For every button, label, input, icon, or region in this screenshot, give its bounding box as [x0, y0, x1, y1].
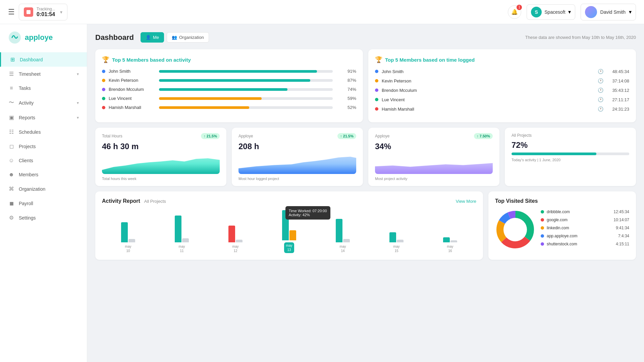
tab-me[interactable]: 👤 Me: [141, 32, 164, 43]
bar-teal: [121, 222, 128, 242]
topnav: ☰ Tracking... 0:01:54 ▾ 🔔 1 S Spacesoft …: [0, 0, 644, 24]
activity-report-header: Activity Report All Projects View More: [102, 198, 476, 204]
sidebar-item-activity[interactable]: 〜 Activity ▾: [0, 95, 87, 110]
sidebar-item-organization[interactable]: ⌘ Organization: [0, 182, 87, 196]
tasks-icon: ≡: [8, 85, 15, 91]
list-item: Brendon Mcculum 🕐 35:43:12: [375, 87, 629, 93]
notifications-button[interactable]: 🔔 1: [508, 5, 521, 19]
clock-icon: 🕐: [598, 87, 603, 93]
tracking-label: Tracking...: [37, 7, 55, 11]
bar-gray: [128, 239, 135, 242]
org-selector[interactable]: S Spacesoft ▾: [527, 4, 575, 20]
members-icon: ☻: [8, 172, 15, 178]
logo-icon: [8, 31, 21, 44]
user-selector[interactable]: David Smith ▾: [581, 4, 636, 20]
org-avatar: S: [531, 7, 542, 17]
timesheet-icon: ☰: [8, 71, 15, 77]
sidebar-item-payroll[interactable]: ◼ Payroll: [0, 196, 87, 210]
stat-badge: ↑ 21.5%: [337, 133, 356, 139]
member-name: John Smith: [109, 69, 156, 74]
sidebar-item-settings[interactable]: ⚙ Settings: [0, 210, 87, 225]
list-item: dribbble.com 12:45:34: [541, 209, 629, 214]
member-name: Lue Vincent: [382, 97, 429, 102]
bar-col-may11: may11: [156, 209, 208, 253]
sidebar-item-clients[interactable]: ☺ Clients: [0, 154, 87, 168]
sidebar-item-reports[interactable]: ▣ Reports ▾: [0, 110, 87, 125]
tracking-box[interactable]: Tracking... 0:01:54 ▾: [19, 4, 67, 20]
site-dot: [541, 242, 544, 246]
progress-bar-bg: [159, 70, 333, 73]
progress-bar-bg: [159, 106, 333, 109]
bar-gray: [343, 239, 350, 242]
top-time-card: 🏆 Top 5 Members based on time logged Joh…: [368, 49, 636, 122]
top-activity-card: 🏆 Top 5 Members based on activity John S…: [95, 49, 363, 122]
sidebar-item-schedules[interactable]: ☷ Schedules: [0, 125, 87, 139]
list-item: Brendon Mcculum 74%: [102, 87, 356, 92]
top-members-row: 🏆 Top 5 Members based on activity John S…: [95, 49, 636, 122]
stat-progress: [512, 153, 629, 155]
dashboard-tabs: 👤 Me 👥 Organization: [141, 32, 209, 43]
stat-chart: [102, 154, 220, 174]
sidebar-item-label: Dashboard: [20, 57, 43, 62]
view-more-link[interactable]: View More: [456, 199, 476, 204]
member-name: Kevin Peterson: [382, 78, 429, 83]
bar-teal: [336, 219, 342, 242]
tab-organization[interactable]: 👥 Organization: [167, 32, 209, 43]
reports-icon: ▣: [8, 114, 15, 121]
member-time-value: 37:14:08: [612, 78, 629, 83]
member-name: Hamish Marshall: [382, 107, 429, 112]
bar-teal: [175, 216, 181, 242]
list-item: google.com 10:14:07: [541, 218, 629, 222]
sidebar-item-label: Organization: [19, 186, 45, 192]
sidebar: apploye ⊞ Dashboard ☰ Timesheet ▾ ≡ Task…: [0, 24, 87, 362]
svg-point-6: [503, 218, 527, 241]
dashboard-icon: ⊞: [9, 56, 16, 63]
site-dot: [541, 234, 544, 238]
sidebar-item-timesheet[interactable]: ☰ Timesheet ▾: [0, 67, 87, 81]
activity-members-list: John Smith 91% Kevin Peterson 87% Brendo…: [102, 69, 356, 110]
payroll-icon: ◼: [8, 200, 15, 206]
topnav-right: 🔔 1 S Spacesoft ▾ David Smith ▾: [508, 4, 636, 20]
progress-bar-fill: [159, 79, 310, 82]
site-dot: [541, 210, 544, 214]
chevron-down-icon: ▾: [77, 72, 79, 76]
user-icon: 👤: [146, 35, 151, 40]
bar-label: may15: [393, 244, 400, 253]
top-visited-title: Top Visited Sites: [495, 198, 629, 204]
site-name: shutterstock.com: [547, 242, 613, 246]
progress-bar-fill: [159, 106, 249, 109]
stat-badge: ↑ 21.5%: [201, 133, 220, 139]
member-name: Brendon Mcculum: [382, 88, 429, 93]
sidebar-item-dashboard[interactable]: ⊞ Dashboard: [0, 52, 87, 67]
dashboard-header: Dashboard 👤 Me 👥 Organization These data…: [95, 32, 636, 43]
sidebar-item-projects[interactable]: ◻ Projects: [0, 139, 87, 154]
bar-gray: [182, 238, 189, 242]
org-name: Spacesoft: [544, 9, 565, 15]
progress-bar-fill: [159, 70, 317, 73]
stop-icon: [26, 10, 31, 14]
trophy-icon: 🏆: [102, 56, 109, 63]
user-avatar: [585, 6, 597, 18]
site-name: linkedin.com: [547, 226, 613, 230]
site-time: 4:15:11: [616, 242, 629, 246]
member-dot: [102, 88, 105, 91]
member-dot: [102, 79, 105, 82]
hamburger-icon[interactable]: ☰: [8, 8, 15, 16]
sidebar-item-members[interactable]: ☻ Members: [0, 168, 87, 182]
tracking-chevron-icon: ▾: [60, 9, 62, 15]
sidebar-item-label: Timesheet: [19, 71, 41, 77]
activity-report-sub: All Projects: [144, 199, 166, 204]
sidebar-item-label: Activity: [19, 100, 34, 106]
sidebar-item-tasks[interactable]: ≡ Tasks: [0, 81, 87, 95]
site-dot: [541, 226, 544, 230]
list-item: shutterstock.com 4:15:11: [541, 242, 629, 246]
member-name: John Smith: [382, 69, 429, 74]
stat-sublabel: Total hours this week: [102, 177, 220, 181]
stop-button[interactable]: [24, 7, 33, 17]
bar-col-may15: may15: [370, 209, 423, 253]
stat-sublabel: Today's activity | 1 June, 2020: [512, 158, 629, 162]
clients-icon: ☺: [8, 158, 15, 164]
org-chevron-icon: ▾: [568, 9, 571, 15]
progress-bar-fill: [159, 97, 262, 100]
donut-area: dribbble.com 12:45:34 google.com 10:14:0…: [495, 209, 629, 250]
